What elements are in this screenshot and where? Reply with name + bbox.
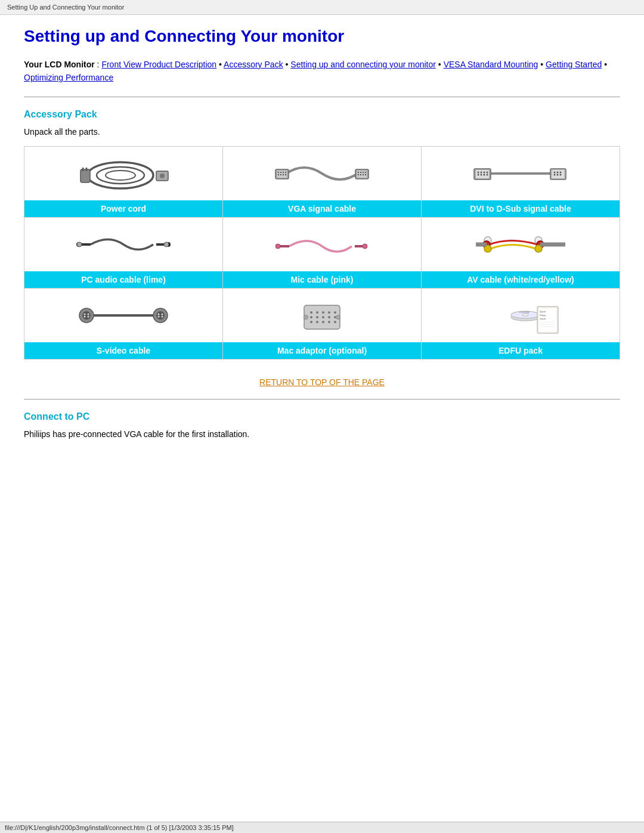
svg-rect-56 xyxy=(363,244,367,249)
svg-point-11 xyxy=(280,172,281,173)
nav-link-optimizing[interactable]: Optimizing Performance xyxy=(24,73,113,82)
svg-point-32 xyxy=(481,171,482,173)
svg-point-67 xyxy=(82,311,91,320)
av-cable-image-container xyxy=(422,218,620,271)
accessory-row-1: Power cord xyxy=(24,146,620,217)
svg-point-43 xyxy=(560,171,562,173)
svg-point-73 xyxy=(156,311,165,320)
main-content: Setting up and Connecting Your monitor Y… xyxy=(0,15,644,463)
mic-cable-image-container xyxy=(223,218,421,271)
page-heading: Setting up and Connecting Your monitor xyxy=(24,27,620,46)
accessory-cell-power-cord: Power cord xyxy=(24,146,223,217)
accessory-cell-dvi: DVI to D-Sub signal cable xyxy=(422,146,620,217)
power-cord-label: Power cord xyxy=(24,200,222,217)
svg-point-27 xyxy=(365,174,366,175)
svg-point-2 xyxy=(106,171,135,180)
svg-text:Guide: Guide xyxy=(540,317,546,320)
edfu-image-container: CD-ROM Quick Setup Guide xyxy=(422,289,620,342)
svg-point-37 xyxy=(484,174,485,175)
power-cord-image-container xyxy=(24,147,222,200)
svg-point-1 xyxy=(97,167,144,184)
svg-point-89 xyxy=(310,321,312,323)
mac-adaptor-image-container xyxy=(223,289,421,342)
svg-point-31 xyxy=(478,171,479,173)
mac-adaptor-icon xyxy=(274,295,370,336)
connect-section-title: Connect to PC xyxy=(24,411,620,422)
nav-link-accessory-pack[interactable]: Accessory Pack xyxy=(224,60,283,69)
svg-point-87 xyxy=(328,316,330,318)
edfu-icon: CD-ROM Quick Setup Guide xyxy=(473,295,568,336)
svg-point-83 xyxy=(334,311,336,314)
nav-link-setting-up[interactable]: Setting up and connecting your monitor xyxy=(290,60,436,69)
audio-cable-label: PC audio cable (lime) xyxy=(24,271,222,288)
svg-point-91 xyxy=(322,321,324,323)
svg-point-15 xyxy=(280,174,281,175)
svg-point-94 xyxy=(304,315,308,319)
svg-point-71 xyxy=(88,315,89,317)
svg-point-95 xyxy=(336,315,340,319)
svideo-cable-image-container xyxy=(24,289,222,342)
svg-text:Quick: Quick xyxy=(540,310,546,313)
nav-paragraph: Your LCD Monitor : Front View Product De… xyxy=(24,58,620,85)
svg-point-44 xyxy=(554,174,556,175)
connect-description: Philiips has pre-connected VGA cable for… xyxy=(24,429,620,439)
accessory-table: Power cord xyxy=(24,146,620,360)
svg-point-90 xyxy=(316,321,318,323)
dvi-cable-icon xyxy=(473,153,568,194)
svg-point-34 xyxy=(487,171,488,173)
accessory-cell-audio: PC audio cable (lime) xyxy=(24,217,223,288)
dvi-cable-label: DVI to D-Sub signal cable xyxy=(422,200,620,217)
svg-rect-54 xyxy=(275,244,280,249)
svg-point-36 xyxy=(481,174,482,175)
svg-point-46 xyxy=(560,174,562,175)
svg-point-80 xyxy=(316,311,318,314)
svg-point-12 xyxy=(283,172,284,173)
nav-link-vesa[interactable]: VESA Standard Mounting xyxy=(444,60,538,69)
svg-point-13 xyxy=(285,172,286,173)
svg-point-23 xyxy=(365,172,366,173)
audio-cable-image-container xyxy=(24,218,222,271)
accessory-row-3: S-video cable xyxy=(24,288,620,359)
svg-point-14 xyxy=(278,174,279,175)
svg-point-42 xyxy=(557,171,559,173)
av-cable-label: AV cable (white/red/yellow) xyxy=(422,271,620,288)
mac-adaptor-label: Mac adaptor (optional) xyxy=(223,342,421,359)
mic-cable-label: Mic cable (pink) xyxy=(223,271,421,288)
svg-point-41 xyxy=(554,171,556,173)
accessory-cell-mac: Mac adaptor (optional) xyxy=(223,288,422,359)
svg-point-76 xyxy=(158,315,160,317)
svg-point-92 xyxy=(328,321,330,323)
svg-point-74 xyxy=(158,313,160,315)
svg-point-82 xyxy=(328,311,330,314)
svg-point-85 xyxy=(316,316,318,318)
svg-point-24 xyxy=(358,174,359,175)
unpack-instruction: Unpack all the parts. xyxy=(24,127,620,137)
browser-tab: Setting Up and Connecting Your monitor xyxy=(0,0,644,15)
nav-link-getting-started[interactable]: Getting Started xyxy=(546,60,602,69)
svg-point-98 xyxy=(522,314,528,316)
svideo-cable-label: S-video cable xyxy=(24,342,222,359)
svg-point-38 xyxy=(487,174,488,175)
av-cable-icon xyxy=(473,224,568,265)
svg-point-22 xyxy=(363,172,364,173)
svg-point-77 xyxy=(162,315,163,317)
svg-point-84 xyxy=(310,316,312,318)
svg-point-16 xyxy=(283,174,284,175)
divider-2 xyxy=(24,399,620,400)
svg-point-45 xyxy=(557,174,559,175)
nav-link-front-view[interactable]: Front View Product Description xyxy=(101,60,216,69)
vga-cable-label: VGA signal cable xyxy=(223,200,421,217)
svg-point-81 xyxy=(322,311,324,314)
svg-point-10 xyxy=(278,172,279,173)
audio-cable-icon xyxy=(76,224,171,265)
vga-cable-image-container xyxy=(223,147,421,200)
svg-rect-3 xyxy=(80,169,90,182)
return-to-top: RETURN TO TOP OF THE PAGE xyxy=(24,377,620,387)
accessory-cell-edfu: CD-ROM Quick Setup Guide EDFU pack xyxy=(422,288,620,359)
svg-point-86 xyxy=(322,316,324,318)
accessory-cell-svideo: S-video cable xyxy=(24,288,223,359)
svg-rect-49 xyxy=(77,242,82,247)
return-to-top-link[interactable]: RETURN TO TOP OF THE PAGE xyxy=(259,377,385,387)
svg-point-20 xyxy=(358,172,359,173)
svg-point-25 xyxy=(360,174,361,175)
